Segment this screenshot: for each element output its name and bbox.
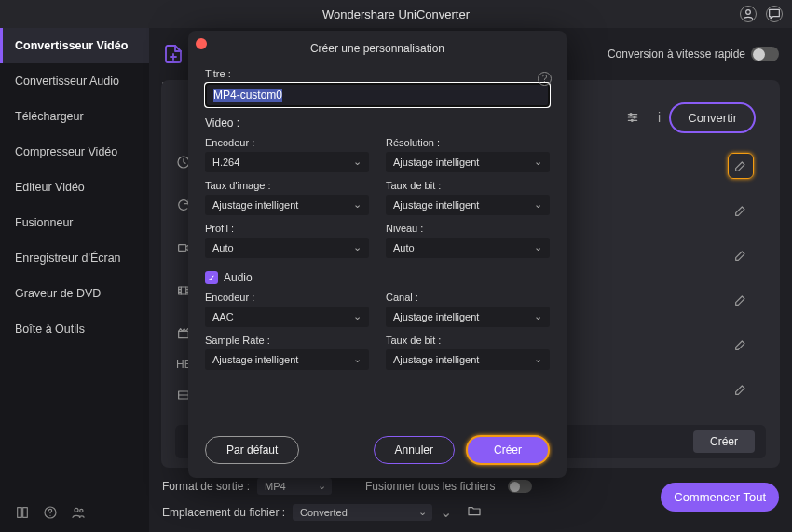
convert-button[interactable]: Convertir: [669, 102, 756, 133]
title-input[interactable]: [205, 83, 550, 107]
book-icon[interactable]: [15, 505, 30, 523]
abitrate-label: Taux de bit :: [386, 334, 550, 346]
location-select[interactable]: Converted: [293, 504, 432, 521]
default-button[interactable]: Par défaut: [205, 436, 299, 464]
edit-item-4-icon[interactable]: [728, 287, 754, 313]
location-label: Emplacement du fichier :: [162, 506, 285, 519]
help-circle-icon[interactable]: ?: [538, 72, 552, 86]
svg-point-6: [631, 119, 633, 121]
account-icon[interactable]: [740, 6, 757, 22]
help-icon[interactable]: [43, 505, 58, 523]
fps-label: Taux d'image :: [205, 180, 369, 191]
svg-rect-10: [179, 331, 189, 337]
svg-point-3: [80, 509, 83, 512]
edit-item-2-icon[interactable]: [728, 198, 754, 224]
edit-item-5-icon[interactable]: [728, 332, 754, 358]
sidebar-item-compressor[interactable]: Compresseur Vidéo: [0, 134, 149, 170]
title-label: Titre :: [205, 68, 550, 79]
video-section-label: Video :: [205, 116, 550, 130]
resolution-select[interactable]: Ajustage intelligent: [386, 152, 550, 172]
aencoder-label: Encodeur :: [205, 292, 369, 303]
profile-select[interactable]: Auto: [205, 238, 369, 258]
svg-rect-9: [179, 287, 189, 294]
speed-label: Conversion à vitesse rapide: [608, 48, 745, 61]
abitrate-select[interactable]: Ajustage intelligent: [386, 349, 550, 370]
sidebar-item-downloader[interactable]: Téléchargeur: [0, 99, 149, 134]
sidebar-item-video-converter[interactable]: Convertisseur Vidéo: [0, 28, 149, 63]
encoder-label: Encodeur :: [205, 137, 369, 148]
settings-small-icon[interactable]: [625, 110, 640, 128]
svg-point-0: [746, 10, 751, 15]
info-icon[interactable]: i: [658, 110, 661, 125]
audio-checkbox[interactable]: ✓: [205, 271, 218, 284]
sample-select[interactable]: Ajustage intelligent: [205, 349, 369, 370]
edit-item-6-icon[interactable]: [728, 376, 754, 402]
format-label: Format de sortie :: [162, 480, 250, 493]
sidebar-item-audio-converter[interactable]: Convertisseur Audio: [0, 63, 149, 99]
merge-toggle[interactable]: [508, 480, 532, 493]
sidebar: Convertisseur Vidéo Convertisseur Audio …: [0, 28, 149, 532]
app-title: Wondershare UniConverter: [322, 7, 470, 21]
sample-label: Sample Rate :: [205, 334, 369, 346]
profile-label: Profil :: [205, 223, 369, 234]
svg-point-5: [634, 116, 635, 118]
panel-create-button[interactable]: Créer: [693, 430, 755, 453]
audio-section-label: Audio: [224, 271, 253, 284]
custom-preset-modal: Créer une personnalisation ? Titre : Vid…: [188, 31, 567, 478]
svg-point-2: [75, 508, 78, 512]
speed-toggle[interactable]: [751, 47, 779, 61]
vbitrate-select[interactable]: Ajustage intelligent: [386, 195, 550, 215]
add-file-icon[interactable]: [162, 43, 184, 65]
folder-icon[interactable]: [467, 503, 482, 521]
close-icon[interactable]: [196, 38, 207, 49]
people-icon[interactable]: [71, 505, 86, 523]
merge-label: Fusionner tous les fichiers: [365, 480, 495, 493]
svg-point-4: [630, 114, 632, 116]
format-select[interactable]: MP4: [257, 478, 332, 495]
channel-label: Canal :: [386, 292, 550, 303]
channel-select[interactable]: Ajustage intelligent: [386, 307, 550, 327]
sidebar-item-editor[interactable]: Editeur Vidéo: [0, 170, 149, 205]
cancel-button[interactable]: Annuler: [374, 436, 455, 464]
start-all-button[interactable]: Commencer Tout: [661, 483, 779, 512]
edit-item-3-icon[interactable]: [728, 242, 754, 268]
aencoder-select[interactable]: AAC: [205, 307, 369, 327]
feedback-icon[interactable]: [766, 6, 783, 22]
vbitrate-label: Taux de bit :: [386, 180, 550, 191]
create-button[interactable]: Créer: [466, 435, 550, 465]
modal-title: Créer une personnalisation: [205, 42, 550, 55]
titlebar: Wondershare UniConverter: [0, 0, 792, 28]
sidebar-item-recorder[interactable]: Enregistreur d'Écran: [0, 240, 149, 276]
sidebar-item-toolbox[interactable]: Boîte à Outils: [0, 311, 149, 347]
resolution-label: Résolution :: [386, 137, 550, 148]
sidebar-item-dvd[interactable]: Graveur de DVD: [0, 276, 149, 311]
encoder-select[interactable]: H.264: [205, 152, 369, 172]
level-label: Niveau :: [386, 223, 550, 234]
fps-select[interactable]: Ajustage intelligent: [205, 195, 369, 215]
edit-item-1-icon[interactable]: [728, 153, 754, 179]
sidebar-item-merger[interactable]: Fusionneur: [0, 205, 149, 240]
dropdown-icon[interactable]: ⌄: [440, 503, 452, 521]
svg-rect-8: [179, 245, 186, 252]
level-select[interactable]: Auto: [386, 238, 550, 258]
